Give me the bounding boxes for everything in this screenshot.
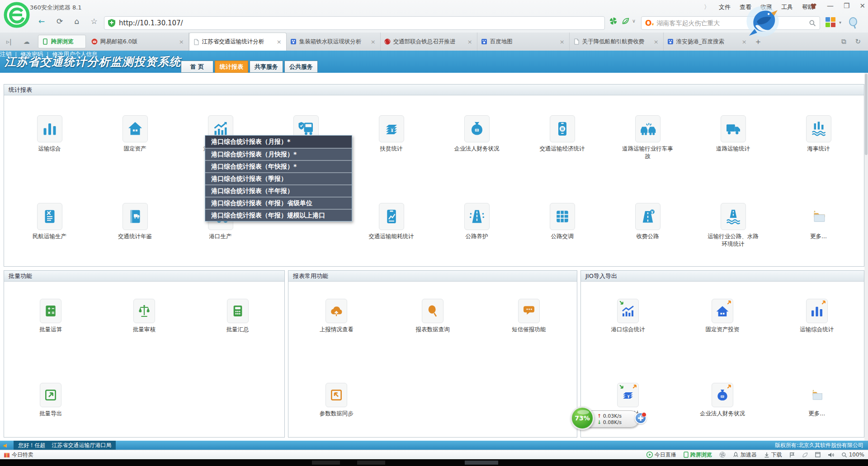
panel-item[interactable]: 上报情况查看 <box>288 299 385 334</box>
grid-item[interactable]: 更多... <box>776 203 861 248</box>
home-button[interactable]: ⌂ <box>71 15 83 28</box>
speed-percent-badge[interactable]: 73% <box>571 406 594 430</box>
grid-item[interactable]: 交通统计年鉴 <box>92 203 178 248</box>
grid-item[interactable]: 运输行业公路、水路环境统计 <box>690 203 776 248</box>
taskbar-thumb[interactable] <box>465 461 498 465</box>
nav-home-tab[interactable]: 首 页 <box>181 61 213 73</box>
page-scrollbar[interactable] <box>864 73 868 441</box>
url-dropdown-icon[interactable]: ∨ <box>632 18 636 24</box>
close-button[interactable]: ✕ <box>859 2 865 10</box>
grid-item[interactable]: 公路交调 <box>519 203 605 248</box>
nav-shared-services-tab[interactable]: 共享服务 <box>250 61 283 73</box>
tab-cross-screen[interactable]: 跨屏浏览 <box>38 35 86 48</box>
nav-public-services-tab[interactable]: 公共服务 <box>284 61 318 73</box>
restore-tabs-cloud-icon[interactable]: ☁ <box>24 38 30 45</box>
tab-list-icon[interactable]: ⧉ <box>841 38 846 46</box>
panel-item[interactable]: 批量运算 <box>4 299 98 334</box>
menu-item-monthly[interactable]: 港口综合统计报表（月报）* <box>205 136 352 148</box>
panel-item[interactable]: 批量汇总 <box>191 299 284 334</box>
flag-icon[interactable] <box>789 452 795 458</box>
taskbar-thumb[interactable] <box>357 461 385 465</box>
grid-item[interactable]: 道路运输行业行车事故 <box>605 115 690 160</box>
org-text: 江苏省交通运输厅港口局 <box>52 442 111 449</box>
page-magnifier-icon[interactable] <box>848 17 858 29</box>
back-button[interactable]: ← <box>35 15 48 28</box>
refresh-button[interactable]: ⟳ <box>53 15 66 28</box>
leaf-icon[interactable] <box>802 452 808 458</box>
tab-close-icon[interactable]: × <box>467 38 473 45</box>
tab-pilotage-fee[interactable]: 关于降低船舶引航费收费 × <box>570 33 664 51</box>
address-bar[interactable] <box>104 16 605 30</box>
tab-netease-mail[interactable]: 网易邮箱6.0版 × <box>88 33 189 51</box>
panel-item[interactable]: 港口综合统计 <box>581 299 675 334</box>
cross-screen-item[interactable]: 跨屏浏览 <box>684 451 712 459</box>
panel-item[interactable]: 批量导出 <box>4 383 98 418</box>
grid-item[interactable]: 交通运输经济统计 <box>519 115 605 160</box>
menu-item-annual-flash[interactable]: 港口综合统计报表（年快报）* <box>205 160 352 172</box>
panel-item[interactable]: 企业法人财务状况 <box>675 383 770 418</box>
panel-item[interactable]: 批量审核 <box>98 299 191 334</box>
app-grid-dropdown-icon[interactable]: ▾ <box>839 20 841 25</box>
tab-close-icon[interactable]: × <box>653 38 660 45</box>
leaf-icon[interactable] <box>622 17 629 25</box>
daily-deal-item[interactable]: 今日特卖 <box>4 451 33 459</box>
taskbar-thumb[interactable] <box>312 461 340 465</box>
url-input[interactable] <box>119 19 601 27</box>
tab-container-rail[interactable]: 集装箱铁水联运现状分析 × <box>287 33 381 51</box>
grid-item[interactable]: 道路运输统计 <box>690 115 776 160</box>
panel-item[interactable]: 固定资产投资 <box>675 299 770 334</box>
add-accelerate-button[interactable]: ✚ <box>635 412 646 424</box>
search-magnifier-icon[interactable] <box>809 19 816 27</box>
panel-item[interactable]: 更多... <box>769 383 864 418</box>
tab-close-icon[interactable]: × <box>276 38 283 45</box>
grid-item[interactable]: 收费公路 <box>605 203 690 248</box>
pinwheel-icon[interactable] <box>609 17 617 25</box>
search-engine-icon[interactable]: O▾ <box>645 19 654 28</box>
booster-item[interactable]: 加速器 <box>733 451 757 459</box>
grid-item[interactable]: 公路养护 <box>434 203 519 248</box>
recently-closed-icon[interactable]: ↻ <box>855 38 861 46</box>
menu-item-quarterly[interactable]: 港口综合统计报表（季报） <box>205 172 352 184</box>
minimize-button[interactable]: — <box>827 2 834 10</box>
panel-item[interactable]: 报表数据查询 <box>385 299 481 334</box>
tab-jiangsu-stats[interactable]: 江苏省交通运输统计分析 × <box>189 33 287 51</box>
speaker-icon[interactable] <box>828 452 834 458</box>
panel-item[interactable]: 运输综合统计 <box>769 299 864 334</box>
grid-item[interactable]: 交通运输能耗统计 <box>349 203 434 248</box>
tab-close-icon[interactable]: × <box>370 38 377 45</box>
live-item[interactable]: 今日直播 <box>646 451 676 459</box>
window-icon[interactable] <box>815 452 821 457</box>
maximize-button[interactable]: ❐ <box>844 2 849 10</box>
network-speed-widget[interactable]: ↑ 0.03K/s ↓ 0.08K/s 73% ✚ <box>571 406 652 431</box>
skin-icon[interactable] <box>810 3 817 9</box>
app-grid-icon[interactable] <box>826 17 837 29</box>
fan-icon[interactable] <box>719 452 726 458</box>
menu-item-annual-major-ports[interactable]: 港口综合统计报表（年报）规模以上港口 <box>205 209 352 221</box>
menu-item-semiannual[interactable]: 港口综合统计报表（半年报） <box>205 184 352 197</box>
more-folder-icon <box>810 388 824 402</box>
browser-logo-icon[interactable] <box>4 2 30 28</box>
menu-item-annual-provincial[interactable]: 港口综合统计报表（年报）省级单位 <box>205 197 352 209</box>
sidebar-toggle-icon[interactable]: ▹| <box>6 38 12 45</box>
nav-stats-report-tab[interactable]: 统计报表 <box>215 61 248 73</box>
menu-item-monthly-flash[interactable]: 港口综合统计报表（月快报）* <box>205 148 352 160</box>
panel-item[interactable]: 参数数据同步 <box>288 383 385 418</box>
zoom-level-item[interactable]: 100% <box>841 452 864 458</box>
grid-item[interactable]: 民航运输生产 <box>7 203 92 248</box>
grid-item[interactable]: 企业法人财务状况 <box>434 115 519 160</box>
grid-item[interactable]: 固定资产 <box>92 115 178 160</box>
collapse-arrow-icon[interactable]: ◀ <box>3 442 6 448</box>
favorite-star-button[interactable]: ☆ <box>88 15 100 28</box>
tab-close-icon[interactable]: × <box>178 38 185 45</box>
grid-item[interactable]: 扶贫统计 <box>349 115 434 160</box>
tab-baidu-map[interactable]: 百度地图 × <box>477 33 570 51</box>
grid-item[interactable]: 海事统计 <box>776 115 861 160</box>
grid-item[interactable]: 运输综合 <box>7 115 92 160</box>
tab-close-icon[interactable]: × <box>559 38 566 45</box>
chevron-right-icon[interactable]: 〉 <box>704 3 710 11</box>
bird-mascot-icon[interactable] <box>729 0 797 42</box>
panel-item[interactable]: 短信催报功能 <box>481 299 577 334</box>
site-safety-shield-icon[interactable] <box>108 19 115 27</box>
download-item[interactable]: 下载 <box>764 451 782 459</box>
tab-ministry-rail[interactable]: 交通部联合铁总召开推进 × <box>381 33 477 51</box>
